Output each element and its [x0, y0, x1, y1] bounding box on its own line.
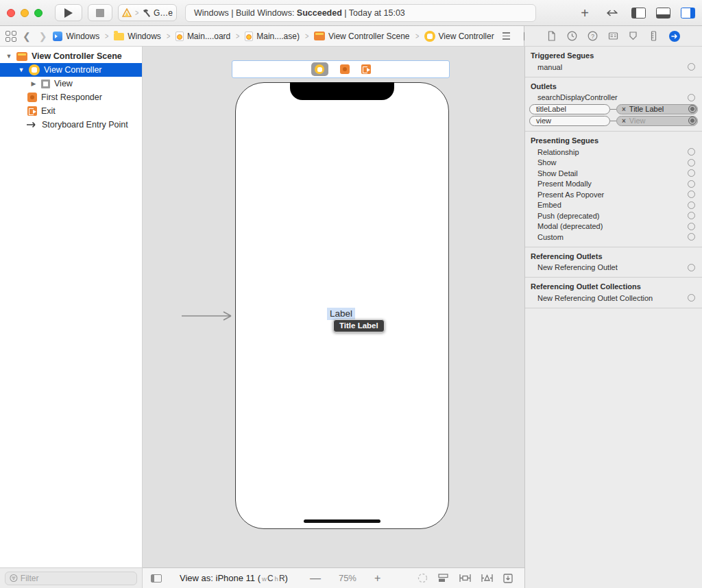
minimize-button[interactable] [21, 9, 29, 17]
device-view-controller[interactable] [235, 82, 449, 529]
storyboard-entry-arrow[interactable] [180, 310, 235, 321]
storyboard-canvas[interactable]: Label Title Label [143, 47, 524, 567]
connection-well[interactable] [688, 264, 695, 271]
outlet-row[interactable]: searchDisplayController [525, 93, 702, 103]
disconnect-icon[interactable]: × [622, 117, 626, 125]
connection-well[interactable] [688, 63, 695, 71]
main-area: ▼ View Controller Scene ▼ View Controlle… [0, 47, 702, 588]
run-button[interactable] [55, 4, 82, 21]
related-items-icon[interactable] [5, 31, 16, 42]
disclosure-triangle-icon[interactable]: ▶ [30, 80, 37, 87]
outlet-source-pill[interactable]: view [529, 116, 610, 126]
referencing-outlet-collection-row[interactable]: New Referencing Outlet Collection [525, 293, 702, 304]
filter-input[interactable] [21, 574, 132, 583]
connection-well[interactable] [688, 212, 695, 219]
inspector-tab-bar: ? [524, 26, 702, 47]
segue-row[interactable]: manual [525, 62, 702, 73]
scheme-selector[interactable]: > G…e [118, 4, 177, 21]
help-inspector-icon[interactable]: ? [587, 30, 598, 42]
outline-item-label: View Controller Scene [32, 51, 122, 61]
zoom-in-button[interactable]: + [374, 572, 380, 585]
connection-well[interactable] [688, 180, 695, 188]
add-constraints-icon[interactable] [459, 573, 472, 583]
navigator-toggle-button[interactable] [631, 8, 646, 19]
connected-outlet-view[interactable]: view × View [529, 115, 698, 126]
identity-inspector-icon[interactable] [607, 30, 619, 42]
adjust-editor-options-icon[interactable] [503, 32, 510, 40]
exit-icon[interactable] [361, 64, 371, 74]
zoom-level[interactable]: 75% [339, 573, 356, 583]
outline-item-scene[interactable]: ▼ View Controller Scene [0, 49, 142, 63]
connection-well[interactable] [688, 169, 695, 177]
library-add-button[interactable]: + [577, 6, 593, 20]
forward-button[interactable]: ❯ [37, 31, 49, 42]
connection-well[interactable] [688, 294, 695, 302]
breadcrumb-scene[interactable]: View Controller Scene [314, 32, 410, 41]
update-frames-icon[interactable] [417, 572, 428, 584]
outline-toggle-icon[interactable] [151, 574, 162, 583]
outlet-target-pill[interactable]: × Title Label [616, 104, 698, 114]
segue-row[interactable]: Present As Popover [525, 189, 702, 200]
filter-field[interactable] [5, 572, 137, 585]
build-status-result: Succeeded [297, 8, 342, 18]
zoom-out-button[interactable]: — [310, 572, 321, 585]
segue-row[interactable]: Custom [525, 232, 702, 243]
align-icon[interactable] [437, 573, 450, 583]
disconnect-icon[interactable]: × [622, 106, 626, 113]
connection-well[interactable] [688, 191, 695, 198]
connection-well-filled[interactable] [688, 117, 697, 125]
zoom-button[interactable] [34, 9, 43, 17]
connection-well[interactable] [688, 94, 695, 101]
dock-view-controller-selected[interactable] [311, 62, 328, 76]
connection-well[interactable] [688, 201, 695, 209]
outline-item-label: View [54, 79, 73, 88]
connected-outlet-titleLabel[interactable]: titleLabel × Title Label [529, 103, 698, 114]
segue-row[interactable]: Relationship [525, 147, 702, 158]
section-presenting-segues: Presenting Segues Relationship Show Show… [525, 132, 702, 247]
breadcrumb-view-controller[interactable]: View Controller [424, 31, 494, 42]
outlet-target-pill[interactable]: × View [616, 116, 698, 126]
connections-inspector-icon[interactable] [668, 30, 681, 42]
attributes-inspector-icon[interactable] [627, 30, 639, 42]
size-inspector-icon[interactable] [648, 30, 659, 42]
editor-column: Label Title Label View as: iPhone 11 (wC… [143, 47, 524, 588]
connection-well[interactable] [688, 233, 695, 241]
outlet-source-pill[interactable]: titleLabel [529, 104, 610, 114]
disclosure-triangle-icon[interactable]: ▼ [18, 66, 25, 73]
connection-well[interactable] [688, 159, 695, 167]
inspector-toggle-button[interactable] [681, 8, 695, 19]
back-button[interactable]: ❮ [21, 31, 33, 42]
activity-view[interactable]: Windows | Build Windows: Succeeded | Tod… [185, 4, 536, 22]
segue-row[interactable]: Present Modally [525, 179, 702, 190]
history-inspector-icon[interactable] [566, 30, 578, 42]
resolve-autolayout-icon[interactable] [481, 573, 494, 583]
breadcrumb-storyboard-base[interactable]: Main....ase) [245, 32, 300, 41]
connection-well[interactable] [688, 148, 695, 156]
breadcrumb-folder[interactable]: Windows [114, 32, 161, 41]
outline-item-first-responder[interactable]: First Responder [0, 90, 142, 104]
segue-row[interactable]: Push (deprecated) [525, 210, 702, 221]
segue-row[interactable]: Show Detail [525, 168, 702, 179]
referencing-outlet-row[interactable]: New Referencing Outlet [525, 262, 702, 273]
editor-options-icon[interactable] [603, 8, 621, 19]
first-responder-icon[interactable] [340, 64, 350, 74]
outline-item-exit[interactable]: Exit [0, 104, 142, 118]
outline-item-view[interactable]: ▶ View [0, 77, 142, 90]
outline-item-entry-point[interactable]: Storyboard Entry Point [0, 118, 142, 132]
file-inspector-icon[interactable] [546, 30, 557, 42]
breadcrumb-project[interactable]: Windows [53, 32, 99, 41]
debug-area-toggle-button[interactable] [656, 8, 670, 19]
stop-button[interactable] [88, 4, 112, 21]
outline-item-view-controller[interactable]: ▼ View Controller [0, 63, 142, 77]
segue-row[interactable]: Show [525, 158, 702, 169]
breadcrumb-storyboard[interactable]: Main....oard [176, 32, 230, 41]
segue-row[interactable]: Modal (deprecated) [525, 221, 702, 232]
view-as-button[interactable]: View as: iPhone 11 (wChR) [180, 573, 288, 583]
close-button[interactable] [7, 9, 15, 17]
segue-row[interactable]: Embed [525, 200, 702, 211]
embed-icon[interactable] [503, 573, 513, 584]
connection-well[interactable] [688, 223, 695, 230]
selected-label[interactable]: Label [327, 308, 355, 320]
disclosure-triangle-icon[interactable]: ▼ [5, 53, 12, 60]
connection-well-filled[interactable] [688, 105, 697, 113]
